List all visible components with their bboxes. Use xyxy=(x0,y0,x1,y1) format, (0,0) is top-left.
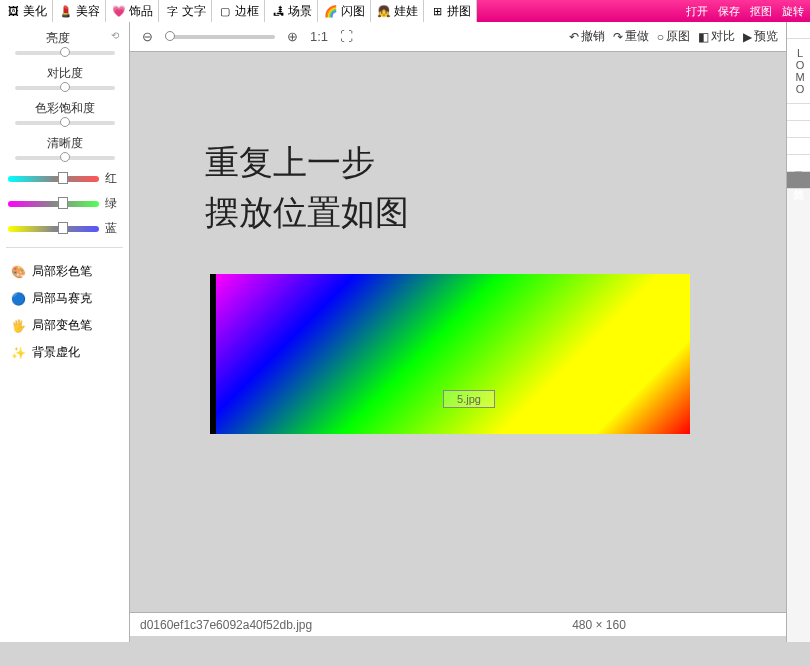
tab-icon: ▢ xyxy=(217,3,233,19)
right-tab-6[interactable]: 其他 xyxy=(787,172,810,189)
tab-8[interactable]: ⊞拼图 xyxy=(424,0,477,22)
tab-0[interactable]: 🖼美化 xyxy=(0,0,53,22)
tab-icon: ⊞ xyxy=(429,3,445,19)
slider-1[interactable] xyxy=(15,86,115,90)
tool-icon: 🎨 xyxy=(10,264,26,280)
status-bar: d0160ef1c37e6092a40f52db.jpg 480 × 160 xyxy=(130,612,786,636)
tool-label: 局部变色笔 xyxy=(32,317,92,334)
tab-5[interactable]: 🏞场景 xyxy=(265,0,318,22)
top-toolbar: 🖼美化💄美容💗饰品字文字▢边框🏞场景🌈闪图👧娃娃⊞拼图 打开保存抠图旋转 xyxy=(0,0,810,22)
zoom-slider[interactable] xyxy=(165,35,275,39)
topbar-action-0[interactable]: 打开 xyxy=(686,6,708,17)
tab-icon: 👧 xyxy=(376,3,392,19)
slider-label: 亮度 xyxy=(4,30,125,47)
tab-3[interactable]: 字文字 xyxy=(159,0,212,22)
topbar-action-1[interactable]: 保存 xyxy=(718,6,740,17)
canvas-toolbar: ⊖ ⊕ 1:1 ⛶ ↶撤销 ↷重做 ○原图 ◧对比 ▶预览 xyxy=(130,22,786,52)
right-tab-1[interactable]: LOMO xyxy=(787,39,810,104)
tab-icon: 🌈 xyxy=(323,3,339,19)
tab-label: 饰品 xyxy=(129,3,153,20)
tool-label: 背景虚化 xyxy=(32,344,80,361)
right-tab-2[interactable]: 影楼 xyxy=(787,104,810,121)
tab-icon: 🖼 xyxy=(5,3,21,19)
tab-icon: 🏞 xyxy=(270,3,286,19)
tool-icon: 🔵 xyxy=(10,291,26,307)
right-sidebar: 热门LOMO影楼渐变时尚节日其他 xyxy=(786,22,810,642)
tab-icon: 字 xyxy=(164,3,180,19)
rainbow-image[interactable] xyxy=(210,274,690,434)
reset-icon[interactable]: ⟲ xyxy=(111,30,119,41)
slider-2[interactable] xyxy=(15,121,115,125)
tab-icon: 💄 xyxy=(58,3,74,19)
tab-4[interactable]: ▢边框 xyxy=(212,0,265,22)
right-tab-5[interactable]: 节日 xyxy=(787,155,810,172)
slider-label: 色彩饱和度 xyxy=(4,100,125,117)
zoom-in-button[interactable]: ⊕ xyxy=(283,27,302,46)
tab-label: 娃娃 xyxy=(394,3,418,20)
rgb-label: 红 xyxy=(105,170,121,187)
placed-object-label[interactable]: 5.jpg xyxy=(443,390,495,408)
right-tab-0[interactable]: 热门 xyxy=(787,22,810,39)
tool-icon: 🖐 xyxy=(10,318,26,334)
tool-3[interactable]: ✨背景虚化 xyxy=(4,339,125,366)
rgb-label: 蓝 xyxy=(105,220,121,237)
tab-label: 闪图 xyxy=(341,3,365,20)
topbar-action-2[interactable]: 抠图 xyxy=(750,6,772,17)
tab-label: 边框 xyxy=(235,3,259,20)
canvas-text-2: 摆放位置如图 xyxy=(205,190,409,236)
zoom-out-button[interactable]: ⊖ xyxy=(138,27,157,46)
tab-icon: 💗 xyxy=(111,3,127,19)
slider-3[interactable] xyxy=(15,156,115,160)
tab-label: 文字 xyxy=(182,3,206,20)
right-tab-3[interactable]: 渐变 xyxy=(787,121,810,138)
tab-label: 场景 xyxy=(288,3,312,20)
rgb-label: 绿 xyxy=(105,195,121,212)
slider-0[interactable] xyxy=(15,51,115,55)
tab-2[interactable]: 💗饰品 xyxy=(106,0,159,22)
tab-label: 美化 xyxy=(23,3,47,20)
left-sidebar: ⟲ 亮度对比度色彩饱和度清晰度 红绿蓝 🎨局部彩色笔🔵局部马赛克🖐局部变色笔✨背… xyxy=(0,22,130,642)
rgb-slider-green[interactable] xyxy=(8,201,99,207)
rgb-slider-blue[interactable] xyxy=(8,226,99,232)
tool-2[interactable]: 🖐局部变色笔 xyxy=(4,312,125,339)
tool-label: 局部彩色笔 xyxy=(32,263,92,280)
right-tab-4[interactable]: 时尚 xyxy=(787,138,810,155)
tab-7[interactable]: 👧娃娃 xyxy=(371,0,424,22)
topbar-action-3[interactable]: 旋转 xyxy=(782,6,804,17)
preview-button[interactable]: ▶预览 xyxy=(743,28,778,45)
status-size: 480 × 160 xyxy=(572,618,626,632)
tab-1[interactable]: 💄美容 xyxy=(53,0,106,22)
zoom-ratio-button[interactable]: 1:1 xyxy=(306,27,332,46)
original-button[interactable]: ○原图 xyxy=(657,28,690,45)
canvas-text-1: 重复上一步 xyxy=(205,140,375,186)
redo-button[interactable]: ↷重做 xyxy=(613,28,649,45)
tool-0[interactable]: 🎨局部彩色笔 xyxy=(4,258,125,285)
tool-icon: ✨ xyxy=(10,345,26,361)
status-filename: d0160ef1c37e6092a40f52db.jpg xyxy=(140,618,312,632)
rgb-slider-red[interactable] xyxy=(8,176,99,182)
compare-button[interactable]: ◧对比 xyxy=(698,28,735,45)
canvas[interactable]: 重复上一步 摆放位置如图 5.jpg xyxy=(130,52,786,612)
slider-label: 清晰度 xyxy=(4,135,125,152)
tool-1[interactable]: 🔵局部马赛克 xyxy=(4,285,125,312)
undo-button[interactable]: ↶撤销 xyxy=(569,28,605,45)
slider-label: 对比度 xyxy=(4,65,125,82)
tab-6[interactable]: 🌈闪图 xyxy=(318,0,371,22)
tool-label: 局部马赛克 xyxy=(32,290,92,307)
tab-label: 拼图 xyxy=(447,3,471,20)
fit-screen-button[interactable]: ⛶ xyxy=(336,27,357,46)
canvas-area: ⊖ ⊕ 1:1 ⛶ ↶撤销 ↷重做 ○原图 ◧对比 ▶预览 重复上一步 摆放位置… xyxy=(130,22,786,642)
tab-label: 美容 xyxy=(76,3,100,20)
